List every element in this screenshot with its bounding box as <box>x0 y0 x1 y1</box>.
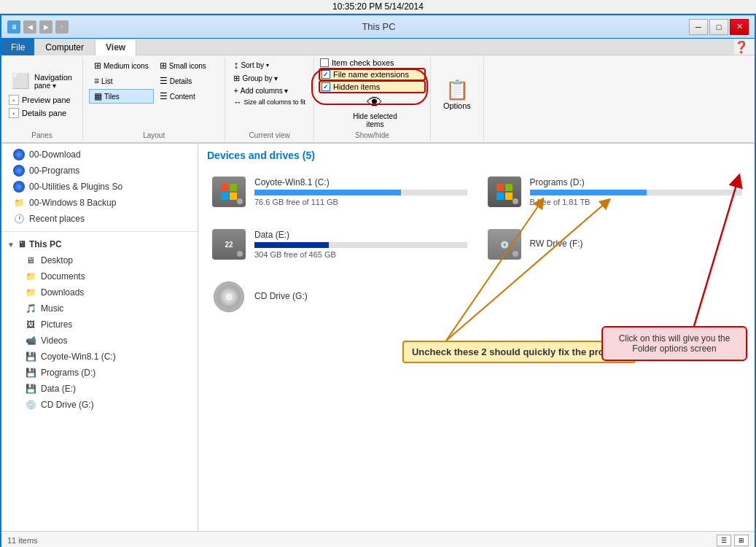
sidebar-item-e-drive[interactable]: 💾 Data (E:) <box>1 381 198 397</box>
ribbon-group-layout-items: ⊞ Medium icons ⊞ Small icons ≡ List ☰ De… <box>89 58 219 104</box>
sidebar-label-e-drive: Data (E:) <box>41 384 76 394</box>
globe-icon-3 <box>13 181 25 193</box>
hidden-items-btn[interactable]: ✓ Hidden items <box>320 82 424 92</box>
sidebar-label-c-drive: Coyote-Win8.1 (C:) <box>41 352 116 362</box>
devices-grid: Coyote-Win8.1 (C:) 76.6 GB free of 111 G… <box>204 168 749 320</box>
preview-pane-label: Preview pane <box>22 96 71 104</box>
title-bar-buttons: ─ □ ✕ <box>689 19 749 35</box>
hide-selected-btn[interactable]: 👁 Hide selected items <box>351 92 399 130</box>
view-grid-icon[interactable]: ⊞ <box>734 535 749 546</box>
maximize-button[interactable]: □ <box>709 19 728 35</box>
size-icon: ↔ <box>233 98 241 106</box>
sidebar-item-d-drive[interactable]: 💾 Programs (D:) <box>1 365 198 381</box>
show-hide-items: Item check boxes ✓ File name extensions … <box>320 58 424 92</box>
sidebar-label-music: Music <box>41 303 63 314</box>
sidebar-item-videos[interactable]: 📹 Videos <box>1 333 198 349</box>
quick-access-up[interactable]: ↑ <box>55 20 69 34</box>
d-drive-info: Programs (D:) B free of 1.81 TB <box>530 177 743 206</box>
add-columns-btn[interactable]: + Add columns ▾ <box>231 85 308 96</box>
sort-by-btn[interactable]: ↕ Sort by ▾ <box>231 58 308 71</box>
list-btn[interactable]: ≡ List <box>89 74 154 88</box>
hidden-items-checkbox[interactable]: ✓ <box>322 82 330 91</box>
sidebar-item-00windows[interactable]: 📁 00-Windows 8 Backup <box>1 195 198 211</box>
e-drive-name: Data (E:) <box>254 230 467 240</box>
sidebar-item-g-drive[interactable]: 💿 CD Drive (G:) <box>1 397 198 413</box>
c-drive-name: Coyote-Win8.1 (C:) <box>254 177 467 187</box>
click-annotation: Click on this will give you the Folder o… <box>601 326 747 361</box>
folder-downloads-icon: 📁 <box>25 287 36 298</box>
sidebar-item-c-drive[interactable]: 💾 Coyote-Win8.1 (C:) <box>1 349 198 365</box>
sidebar-item-00download[interactable]: 00-Download <box>1 147 198 163</box>
sidebar-item-recent-places[interactable]: 🕐 Recent places <box>1 211 198 227</box>
details-pane-btn[interactable]: ▪ Details pane <box>7 107 68 119</box>
sidebar-item-pictures[interactable]: 🖼 Pictures <box>1 317 198 333</box>
c-drive-info: Coyote-Win8.1 (C:) 76.6 GB free of 111 G… <box>254 177 467 206</box>
nav-pane-icon: ⬜ <box>12 72 30 90</box>
ribbon: File Computer View ❓ ⬜ Navigation pane ▾ <box>1 39 755 144</box>
c-drive-visual <box>211 174 247 210</box>
small-icons-btn[interactable]: ⊞ Small icons <box>155 58 219 73</box>
sidebar-item-documents[interactable]: 📁 Documents <box>1 268 198 284</box>
title-bar: 🖥 ◀ ▶ ↑ This PC ─ □ ✕ <box>1 15 755 39</box>
file-name-ext-checkbox[interactable]: ✓ <box>322 70 330 79</box>
navigation-pane-btn[interactable]: ⬜ Navigation pane ▾ <box>7 69 77 93</box>
folder-desktop-icon: 🖥 <box>25 255 36 266</box>
sidebar-item-00utilities[interactable]: 00-Utilities & Plugins So <box>1 179 198 195</box>
sidebar-item-music[interactable]: 🎵 Music <box>1 300 198 317</box>
item-check-boxes-checkbox[interactable] <box>320 58 329 67</box>
status-right-icons: ☰ ⊞ <box>717 535 749 546</box>
tiles-btn[interactable]: ▦ Tiles <box>89 89 154 104</box>
small-icons-icon: ⊞ <box>160 61 167 71</box>
layout-group-label: Layout <box>143 130 165 139</box>
uncheck-annotation: Uncheck these 2 should quickly fix the p… <box>402 341 636 363</box>
current-view-label: Current view <box>249 130 290 139</box>
ribbon-tabs-bar: File Computer View ❓ <box>1 39 755 55</box>
sidebar-label-00utilities: 00-Utilities & Plugins So <box>29 182 122 192</box>
show-hide-right: 👁 Hide selected items <box>351 92 399 130</box>
options-btn[interactable]: 📋 Options <box>437 58 478 130</box>
details-icon: ☰ <box>160 76 168 86</box>
quick-access-forward[interactable]: ▶ <box>39 20 52 34</box>
sidebar-label-pictures: Pictures <box>41 319 72 330</box>
device-g-drive[interactable]: CD Drive (G:) <box>204 274 474 320</box>
sidebar-item-downloads[interactable]: 📁 Downloads <box>1 284 198 300</box>
f-drive-info: RW Drive (F:) <box>530 238 743 251</box>
device-c-drive[interactable]: Coyote-Win8.1 (C:) 76.6 GB free of 111 G… <box>204 168 474 215</box>
preview-pane-btn[interactable]: ▪ Preview pane <box>7 94 72 106</box>
item-count: 11 items <box>7 536 38 545</box>
ribbon-help-icon[interactable]: ❓ <box>734 40 749 54</box>
chevron-this-pc: ▼ <box>7 241 15 249</box>
device-f-drive[interactable]: 💿 RW Drive (F:) <box>480 221 749 268</box>
sidebar-item-00programs[interactable]: 00-Programs <box>1 163 198 179</box>
sidebar-item-desktop[interactable]: 🖥 Desktop <box>1 252 198 268</box>
ribbon-group-panes: ⬜ Navigation pane ▾ ▪ Preview pane ▪ Det… <box>1 57 83 141</box>
sidebar-favorites-section: 00-Download 00-Programs 00-Utilities & P… <box>1 144 198 230</box>
size-all-btn[interactable]: ↔ Size all columns to fit <box>231 97 308 107</box>
device-e-drive[interactable]: 22 Data (E:) 304 GB free of 465 GB <box>204 221 474 268</box>
tab-file[interactable]: File <box>1 39 34 55</box>
sidebar-header-this-pc[interactable]: ▼ 🖥 This PC <box>1 236 198 252</box>
status-bar: 11 items ☰ ⊞ <box>1 531 755 547</box>
view-list-icon[interactable]: ☰ <box>717 535 731 546</box>
e-drive-icon: 💾 <box>25 383 36 395</box>
globe-icon-2 <box>13 165 25 176</box>
group-icon: ⊞ <box>233 74 240 83</box>
close-button[interactable]: ✕ <box>730 19 749 35</box>
c-drive-bar-bg <box>254 190 467 195</box>
d-drive-bar-fill <box>530 190 647 195</box>
file-name-ext-btn[interactable]: ✓ File name extensions <box>320 69 424 79</box>
medium-icons-btn[interactable]: ⊞ Medium icons <box>89 58 154 73</box>
e-drive-bar-bg <box>254 242 467 248</box>
tab-computer[interactable]: Computer <box>34 39 95 55</box>
item-check-boxes-btn[interactable]: Item check boxes <box>320 58 424 67</box>
group-by-btn[interactable]: ⊞ Group by ▾ <box>231 73 308 84</box>
tab-view[interactable]: View <box>95 39 136 55</box>
device-d-drive[interactable]: Programs (D:) B free of 1.81 TB <box>480 168 749 215</box>
main-area: 00-Download 00-Programs 00-Utilities & P… <box>1 144 755 531</box>
d-drive-visual <box>486 174 523 210</box>
details-btn[interactable]: ☰ Details <box>155 74 219 88</box>
ribbon-content: ⬜ Navigation pane ▾ ▪ Preview pane ▪ Det… <box>1 55 755 143</box>
content-btn[interactable]: ☰ Content <box>155 89 219 104</box>
quick-access-back[interactable]: ◀ <box>23 20 36 34</box>
minimize-button[interactable]: ─ <box>689 19 708 35</box>
